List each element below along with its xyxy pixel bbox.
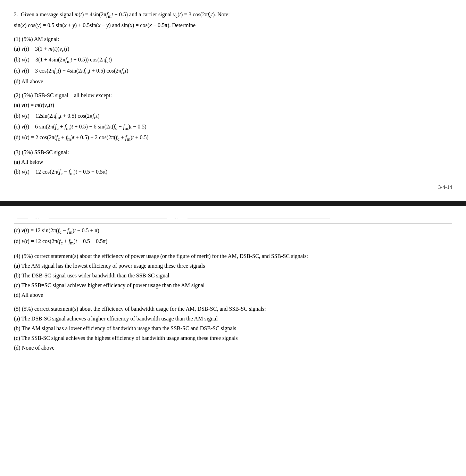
q1-option-b: (b) v(t) = 3(1 + 4sin(2πfmt + 0.5)) cos(… bbox=[14, 56, 452, 65]
question-1: (1) (5%) AM signal: (a) v(t) = 3(1 + m(t… bbox=[14, 35, 452, 86]
faint-line-3 bbox=[188, 218, 330, 218]
q3-option-c: (c) v(t) = 12 sin(2π(fc − fm)t − 0.5 + π… bbox=[14, 226, 452, 236]
q4-option-d: (d) All above bbox=[14, 291, 452, 299]
q3-header: (3) (5%) SSB-SC signal: bbox=[14, 148, 452, 157]
q1-option-c: (c) v(t) = 3 cos(2πfct) + 4sin(2πfmt + 0… bbox=[14, 67, 452, 76]
question-2-intro: 2. Given a message signal m(t) = 4sin(2π… bbox=[14, 10, 452, 30]
q3-option-b: (b) v(t) = 12 cos(2π(fc − fm)t − 0.5 + 0… bbox=[14, 168, 452, 177]
faint-line-2 bbox=[49, 218, 167, 218]
q4-header: (4) (5%) correct statement(s) about the … bbox=[14, 252, 452, 260]
separator-bar bbox=[0, 203, 466, 206]
intro-line2: sin(x) cos(y) = 0.5 sin(x + y) + 0.5sin(… bbox=[14, 21, 452, 30]
faint-dots-1: ··· bbox=[35, 216, 42, 220]
q5-option-a: (a) The DSB-SC signal achieves a higher … bbox=[14, 315, 452, 323]
q3-option-d: (d) v(t) = 12 cos(2π(fc + fm)t + 0.5 − 0… bbox=[14, 237, 452, 247]
q2-option-b: (b) v(t) = 12sin(2πfmt + 0.5) cos(2πfct) bbox=[14, 112, 452, 121]
question-5: (5) (5%) correct statement(s) about the … bbox=[14, 305, 452, 352]
q2-option-d: (d) v(t) = 2 cos(2π(fc + fm)t + 0.5) + 2… bbox=[14, 133, 452, 143]
page-top-section: 2. Given a message signal m(t) = 4sin(2π… bbox=[0, 0, 466, 203]
q4-option-c: (c) The SSB=SC signal achieves higher ef… bbox=[14, 281, 452, 290]
question-4: (4) (5%) correct statement(s) about the … bbox=[14, 252, 452, 299]
q2-option-c: (c) v(t) = 6 sin(2π(fc + fm)t + 0.5) − 6… bbox=[14, 123, 452, 132]
q5-option-d: (d) None of above bbox=[14, 344, 452, 352]
q3-option-a: (a) All below bbox=[14, 158, 452, 166]
q5-option-b: (b) The AM signal has a lower efficiency… bbox=[14, 324, 452, 333]
q2-option-a: (a) v(t) = m(t)vc(t) bbox=[14, 101, 452, 110]
page-bottom-section: ··· ··· (c) v(t) = 12 sin(2π(fc − fm)t −… bbox=[0, 206, 466, 371]
q4-option-a: (a) The AM signal has the lowest efficie… bbox=[14, 262, 452, 270]
question-3-continued: (c) v(t) = 12 sin(2π(fc − fm)t − 0.5 + π… bbox=[14, 226, 452, 247]
q5-option-c: (c) The SSB-SC signal achieves the highe… bbox=[14, 334, 452, 342]
ruled-lines-area: ··· ··· bbox=[14, 213, 452, 224]
q4-option-b: (b) The DSB-SC signal uses wider bandwid… bbox=[14, 272, 452, 280]
q1-header: (1) (5%) AM signal: bbox=[14, 35, 452, 43]
question-2: (2) (5%) DSB-SC signal – all below excep… bbox=[14, 91, 452, 143]
question-3-partial: (3) (5%) SSB-SC signal: (a) All below (b… bbox=[14, 148, 452, 177]
q2-header: (2) (5%) DSB-SC signal – all below excep… bbox=[14, 91, 452, 100]
page-number: 3-4-14 bbox=[14, 184, 452, 190]
faint-dots-2: ··· bbox=[174, 216, 181, 220]
q1-option-a: (a) v(t) = 3(1 + m(t))vc(t) bbox=[14, 45, 452, 54]
faint-line-1 bbox=[17, 218, 28, 218]
q5-header: (5) (5%) correct statement(s) about the … bbox=[14, 305, 452, 313]
q1-option-d: (d) All above bbox=[14, 77, 452, 86]
intro-line1: 2. Given a message signal m(t) = 4sin(2π… bbox=[14, 10, 452, 20]
